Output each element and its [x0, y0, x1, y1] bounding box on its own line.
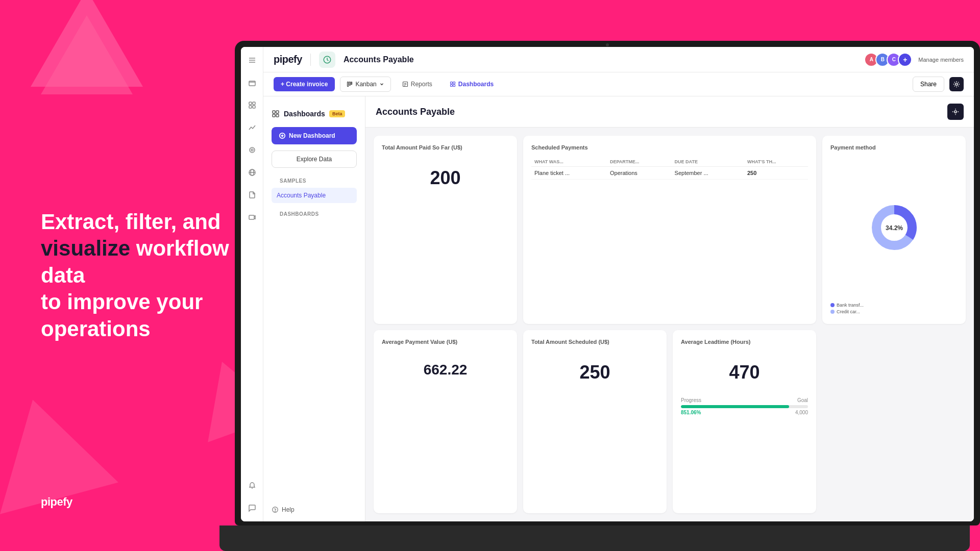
svg-rect-4: [249, 102, 252, 105]
dashboard-grid: Total Amount Paid So Far (U$) 200 Schedu…: [365, 128, 974, 521]
headline-text-3: to improve your operations: [41, 290, 203, 341]
samples-section: SAMPLES Accounts Payable: [263, 178, 365, 203]
legend-dot-credit: [830, 310, 835, 314]
sidebar-icon-chart[interactable]: [245, 120, 259, 135]
laptop-screen-inner: pipefy Accounts Payable: [241, 47, 974, 521]
content-title: Accounts Payable: [376, 107, 455, 117]
svg-rect-23: [450, 82, 452, 84]
app-header: pipefy Accounts Payable: [263, 47, 974, 72]
kanban-label: Kanban: [355, 81, 376, 88]
sidebar-icon-files[interactable]: [245, 188, 259, 202]
dashboards-button[interactable]: Dashboards: [444, 77, 500, 91]
beta-badge: Beta: [329, 110, 346, 117]
cell-amount: 250: [744, 167, 808, 180]
left-panel: Dashboards Beta New Dashboar: [263, 96, 365, 521]
svg-rect-28: [273, 111, 275, 113]
svg-point-8: [250, 147, 255, 153]
content-settings-button[interactable]: [947, 104, 964, 120]
dashboards-label: Dashboards: [458, 81, 494, 88]
panel-dashboards-label: Dashboards: [284, 110, 325, 118]
headline-text-1: Extract, filter, and: [41, 210, 220, 234]
svg-point-9: [251, 149, 253, 151]
new-dashboard-button[interactable]: New Dashboard: [272, 127, 357, 144]
svg-rect-16: [348, 82, 349, 87]
sidebar-icon-home[interactable]: [245, 76, 259, 90]
avg-payment-title: Average Payment Value (U$): [382, 338, 509, 345]
avatar-add-button[interactable]: +: [898, 53, 912, 67]
laptop-container: pipefy Accounts Payable: [219, 41, 980, 551]
donut-legend: Bank transf... Credit car...: [830, 303, 958, 316]
avatar-group: A B C +: [864, 53, 912, 67]
cell-what: Plane ticket ...: [531, 167, 607, 180]
legend-credit: Credit car...: [830, 309, 958, 314]
share-button[interactable]: Share: [913, 77, 944, 92]
card-total-paid-value: 200: [382, 157, 509, 199]
svg-rect-18: [351, 82, 352, 85]
laptop-screen-outer: pipefy Accounts Payable: [235, 41, 980, 525]
explore-data-button[interactable]: Explore Data: [272, 151, 357, 168]
progress-current: 851.06%: [681, 410, 701, 415]
manage-members-button[interactable]: Manage members: [918, 57, 964, 63]
content-header: Accounts Payable: [365, 96, 974, 128]
progress-fill: [681, 405, 789, 408]
toolbar: + Create invoice Kanban: [263, 72, 974, 96]
dashboards-section: DASHBOARDS: [263, 211, 365, 217]
laptop-frame: pipefy Accounts Payable: [219, 41, 980, 551]
laptop-camera: [606, 43, 609, 46]
svg-rect-17: [350, 82, 351, 86]
app-logo: pipefy: [274, 54, 302, 65]
header-actions: A B C + Manage members: [864, 53, 964, 67]
sidebar-icon-video[interactable]: [245, 210, 259, 224]
create-invoice-button[interactable]: + Create invoice: [274, 77, 335, 91]
progress-label: Progress: [681, 397, 701, 403]
card-payment-method: Payment method 34.2%: [822, 136, 966, 324]
sidebar-icon-grid[interactable]: [245, 98, 259, 112]
total-scheduled-value: 250: [531, 352, 658, 393]
sidebar-icon-chat[interactable]: [245, 501, 259, 515]
sidebar-icon-globe[interactable]: [245, 165, 259, 180]
total-scheduled-title: Total Amount Scheduled (U$): [531, 338, 658, 345]
scheduled-payments-table: WHAT WAS... DEPARTME... DUE DATE WHAT'S …: [531, 157, 808, 180]
svg-rect-29: [276, 111, 279, 113]
panel-header: Dashboards Beta: [263, 105, 365, 123]
new-dashboard-label: New Dashboard: [289, 132, 335, 139]
reports-button[interactable]: Reports: [396, 77, 438, 91]
sidebar-icon-menu[interactable]: [245, 53, 259, 67]
svg-rect-26: [453, 85, 455, 87]
pipe-icon: [319, 52, 335, 68]
kanban-button[interactable]: Kanban: [340, 77, 390, 92]
progress-container: Progress Goal 851.06%: [681, 397, 808, 415]
avg-payment-value: 662.22: [382, 352, 509, 388]
card-total-paid: Total Amount Paid So Far (U$) 200: [374, 136, 517, 324]
avg-leadtime-title: Average Leadtime (Hours): [681, 338, 808, 345]
goal-label: Goal: [797, 397, 808, 403]
sidebar-icons: [241, 47, 263, 521]
header-title: Accounts Payable: [344, 55, 856, 64]
col-dept: DEPARTME...: [607, 157, 672, 167]
cell-due: September ...: [672, 167, 744, 180]
help-button[interactable]: Help: [272, 506, 295, 513]
payment-method-title: Payment method: [830, 144, 958, 151]
legend-bank-label: Bank transf...: [837, 303, 864, 308]
sidebar-icon-bell[interactable]: [245, 479, 259, 493]
sidebar-icon-inbox[interactable]: [245, 143, 259, 157]
avg-leadtime-value: 470: [681, 352, 808, 393]
progress-bar: [681, 405, 808, 408]
legend-bank: Bank transf...: [830, 303, 958, 308]
settings-button[interactable]: [949, 77, 964, 91]
card-scheduled-payments: Scheduled Payments WHAT WAS... DEPARTME.…: [523, 136, 816, 324]
progress-labels: Progress Goal: [681, 397, 808, 403]
card-total-paid-title: Total Amount Paid So Far (U$): [382, 144, 509, 151]
svg-rect-6: [249, 106, 252, 108]
card-total-scheduled: Total Amount Scheduled (U$) 250: [523, 330, 667, 514]
card-avg-payment: Average Payment Value (U$) 662.22: [374, 330, 517, 514]
table-row: Plane ticket ... Operations September ..…: [531, 167, 808, 180]
help-label: Help: [282, 506, 295, 513]
col-due: DUE DATE: [672, 157, 744, 167]
headline-highlight: visualize: [41, 236, 130, 260]
progress-values: 851.06% 4,000: [681, 410, 808, 415]
sample-accounts-payable[interactable]: Accounts Payable: [272, 188, 357, 203]
bottom-logo: pipefy: [41, 489, 72, 510]
svg-point-37: [954, 111, 957, 113]
svg-rect-7: [253, 106, 255, 108]
